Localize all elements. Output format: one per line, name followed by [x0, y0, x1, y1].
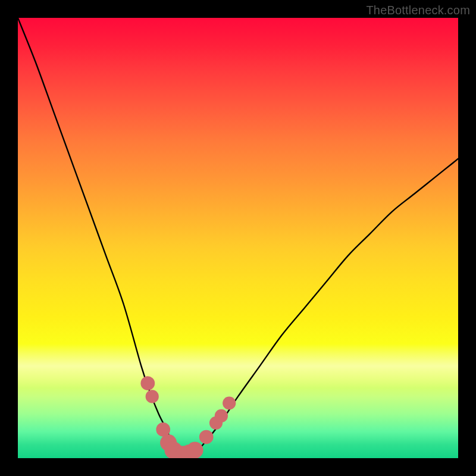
- marker-dot: [186, 442, 203, 458]
- highlight-dots: [140, 376, 236, 458]
- chart-svg: [18, 18, 458, 458]
- marker-dot: [146, 390, 159, 403]
- bottleneck-curve: [18, 18, 458, 456]
- outer-frame: TheBottleneck.com: [0, 0, 476, 476]
- marker-dot: [215, 409, 228, 422]
- marker-dot: [223, 396, 236, 409]
- plot-area: [18, 18, 458, 458]
- marker-dot: [199, 430, 214, 444]
- marker-dot: [140, 376, 155, 390]
- watermark-text: TheBottleneck.com: [366, 4, 470, 17]
